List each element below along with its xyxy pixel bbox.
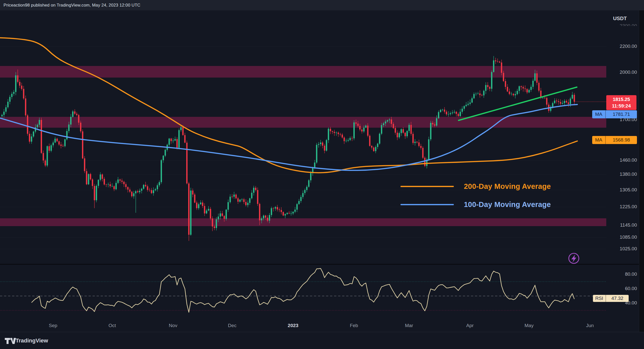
price-axis-label: 1085.00 <box>620 234 637 240</box>
price-axis-label: 1380.00 <box>620 171 637 177</box>
ma100-badge-label: MA <box>592 110 606 118</box>
ma200-axis-badge: MA 1568.98 <box>592 136 637 144</box>
ma100-badge-value: 1781.71 <box>606 110 637 118</box>
time-axis-label: May <box>525 323 534 328</box>
ma200-line-sample <box>400 186 454 187</box>
tradingview-logo-icon <box>5 337 16 345</box>
ma200-legend-label: 200-Day Moving Average <box>464 182 551 191</box>
price-axis-label: 1145.00 <box>620 222 637 228</box>
rsi-badge-label: RSI <box>593 295 606 302</box>
price-axis-label: 1460.00 <box>620 157 637 163</box>
legend-row-ma200: 200-Day Moving Average <box>400 182 551 191</box>
time-axis[interactable]: SepOctNovDec2023FebMarAprMayJun <box>0 320 639 332</box>
ma200-badge-value: 1568.98 <box>606 136 637 144</box>
ma100-legend-label: 100-Day Moving Average <box>464 200 551 209</box>
bar-countdown: 11:59:24 <box>612 103 631 109</box>
price-axis-label: 1225.00 <box>620 204 637 210</box>
rsi-badge-value: 47.32 <box>606 295 629 302</box>
time-axis-label: Sep <box>49 323 57 328</box>
rsi-axis-badge: RSI 47.32 <box>593 295 629 302</box>
price-axis-label: 2200.00 <box>620 44 637 49</box>
candlestick-chart-canvas[interactable] <box>0 0 644 349</box>
price-axis-label: 1025.00 <box>620 246 637 252</box>
time-axis-label: Oct <box>108 323 116 328</box>
rsi-axis-label: 60.00 <box>625 286 637 291</box>
ma100-line-sample <box>400 204 454 205</box>
time-axis-label: Dec <box>228 323 236 328</box>
time-axis-label: 2023 <box>288 323 298 328</box>
price-axis-label: 2000.00 <box>620 69 637 75</box>
publish-attribution-text: Priceaction98 published on TradingView.c… <box>4 3 140 8</box>
last-price-badge: 1815.25 11:59:24 <box>606 95 636 110</box>
clipped-price-tick: 2300.00 <box>620 23 637 26</box>
time-axis-label: Apr <box>466 323 474 328</box>
time-axis-label: Mar <box>405 323 413 328</box>
ma200-badge-label: MA <box>592 136 606 144</box>
footer-bar: TradingView <box>0 332 644 349</box>
time-axis-label: Nov <box>169 323 177 328</box>
price-axis-currency-label: USDT <box>613 16 627 21</box>
tradingview-snapshot: Priceaction98 published on TradingView.c… <box>0 0 644 349</box>
time-axis-label: Jun <box>586 323 594 328</box>
time-axis-label: Feb <box>350 323 358 328</box>
ma100-axis-badge: MA 1781.71 <box>592 110 637 118</box>
snapshot-header: Priceaction98 published on TradingView.c… <box>0 0 644 10</box>
price-axis-label: 1305.00 <box>620 187 637 193</box>
tradingview-brand-text: TradingView <box>16 337 48 344</box>
rsi-axis-label: 80.00 <box>625 271 637 277</box>
last-price-value: 1815.25 <box>613 96 630 103</box>
legend-row-ma100: 100-Day Moving Average <box>400 200 551 209</box>
